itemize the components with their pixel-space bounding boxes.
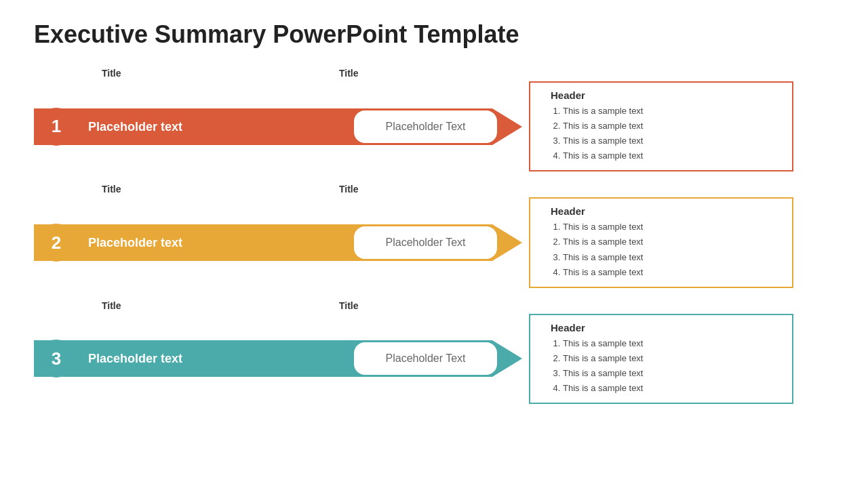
row-3-info-list: This is a sample textThis is a sample te… bbox=[551, 336, 781, 396]
row-1-info-item-4: This is a sample text bbox=[563, 148, 781, 163]
row-3-info-item-2: This is a sample text bbox=[563, 351, 781, 366]
row-2-label-mid: Title bbox=[326, 184, 481, 195]
row-1-info-item-3: This is a sample text bbox=[563, 134, 781, 148]
row-2-info-header: Header bbox=[551, 205, 781, 217]
row-2-info-item-1: This is a sample text bbox=[563, 220, 781, 235]
row-2-content: 2Placeholder textPlaceholder TextHeaderT… bbox=[34, 197, 834, 287]
row-2-label-left: Title bbox=[34, 184, 326, 195]
rows-container: TitleTitle1Placeholder textPlaceholder T… bbox=[34, 68, 834, 404]
row-3-arrow: 3Placeholder textPlaceholder Text bbox=[34, 336, 522, 381]
row-1-info-list: This is a sample textThis is a sample te… bbox=[551, 104, 781, 163]
row-3-label-left: Title bbox=[34, 300, 326, 311]
row-1-info-item-2: This is a sample text bbox=[563, 119, 781, 134]
slide-title: Executive Summary PowerPoint Template bbox=[34, 20, 834, 49]
row-2-info-box: HeaderThis is a sample textThis is a sam… bbox=[529, 197, 793, 287]
row-3-label-mid: Title bbox=[326, 300, 481, 311]
row-3-info-item-1: This is a sample text bbox=[563, 336, 781, 351]
row-3-labels: TitleTitle bbox=[34, 300, 834, 311]
row-2-bar-text: Placeholder text bbox=[88, 236, 182, 250]
row-3-info-item-3: This is a sample text bbox=[563, 366, 781, 381]
row-1-number-circle: 1 bbox=[37, 108, 75, 146]
row-2-info-item-3: This is a sample text bbox=[563, 250, 781, 265]
row-2-labels: TitleTitle bbox=[34, 184, 834, 195]
row-1-info-item-1: This is a sample text bbox=[563, 104, 781, 119]
row-1-label-left: Title bbox=[34, 68, 326, 79]
row-3-info-box: HeaderThis is a sample textThis is a sam… bbox=[529, 314, 793, 404]
row-2-info-list: This is a sample textThis is a sample te… bbox=[551, 220, 781, 279]
row-3-info-item-4: This is a sample text bbox=[563, 381, 781, 396]
row-2-number-circle: 2 bbox=[37, 224, 75, 262]
row-3-number-circle: 3 bbox=[37, 340, 75, 378]
row-3-bar-text: Placeholder text bbox=[88, 352, 182, 366]
row-1-info-box: HeaderThis is a sample textThis is a sam… bbox=[529, 81, 793, 171]
row-3: TitleTitle3Placeholder textPlaceholder T… bbox=[34, 300, 834, 404]
row-2-info-item-4: This is a sample text bbox=[563, 265, 781, 280]
row-1-label-mid: Title bbox=[326, 68, 481, 79]
row-1-arrow: 1Placeholder textPlaceholder Text bbox=[34, 104, 522, 149]
row-2: TitleTitle2Placeholder textPlaceholder T… bbox=[34, 184, 834, 287]
row-2-mid-box: Placeholder Text bbox=[353, 225, 498, 260]
row-2-arrow: 2Placeholder textPlaceholder Text bbox=[34, 220, 522, 265]
slide: Executive Summary PowerPoint Template Ti… bbox=[0, 0, 868, 488]
row-1-bar-text: Placeholder text bbox=[88, 119, 182, 134]
row-1-content: 1Placeholder textPlaceholder TextHeaderT… bbox=[34, 81, 834, 171]
row-3-mid-box: Placeholder Text bbox=[353, 341, 498, 376]
row-2-info-item-2: This is a sample text bbox=[563, 235, 781, 249]
row-3-info-header: Header bbox=[551, 322, 781, 333]
row-1: TitleTitle1Placeholder textPlaceholder T… bbox=[34, 68, 834, 171]
row-1-mid-box: Placeholder Text bbox=[353, 109, 498, 144]
row-1-labels: TitleTitle bbox=[34, 68, 834, 79]
row-1-info-header: Header bbox=[551, 89, 781, 101]
row-3-content: 3Placeholder textPlaceholder TextHeaderT… bbox=[34, 314, 834, 404]
